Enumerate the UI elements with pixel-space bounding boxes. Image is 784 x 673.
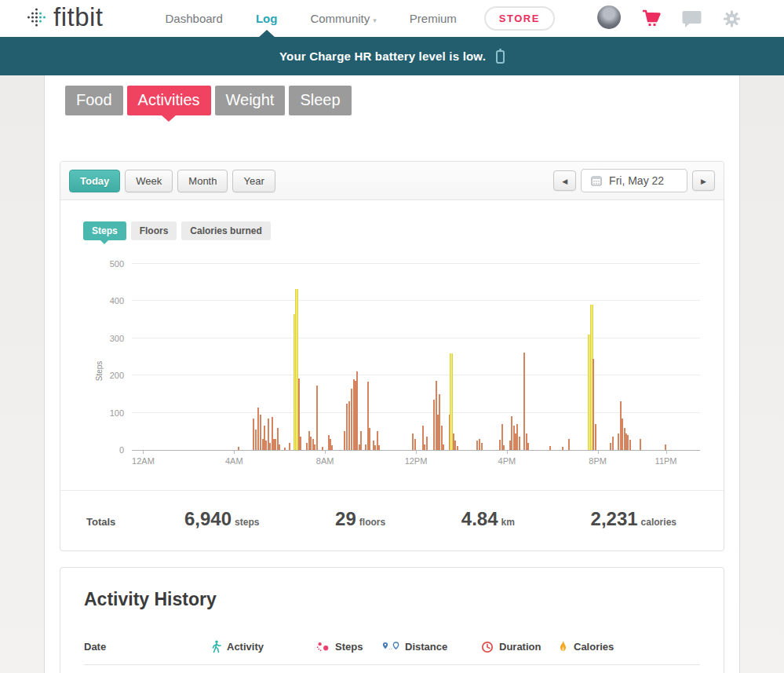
x-tick xyxy=(507,451,508,454)
avatar[interactable] xyxy=(597,5,621,29)
fitbit-logo[interactable]: fitbit xyxy=(27,2,104,32)
column-label: Distance xyxy=(405,641,447,653)
steps-bar[interactable] xyxy=(255,430,257,450)
steps-bar[interactable] xyxy=(549,446,551,450)
chart-tab-floors[interactable]: Floors xyxy=(131,221,177,240)
column-label: Activity xyxy=(227,641,264,653)
steps-bar[interactable] xyxy=(344,431,345,450)
total-unit: calories xyxy=(641,517,676,528)
steps-bar[interactable] xyxy=(414,439,416,450)
gridline xyxy=(132,375,700,375)
activity-history-title: Activity History xyxy=(84,589,700,610)
steps-bar[interactable] xyxy=(562,447,563,450)
total-steps: 6,940steps xyxy=(184,508,259,530)
date-picker[interactable]: Fri, May 22 xyxy=(581,169,687,192)
steps-bar[interactable] xyxy=(360,431,362,450)
steps-bar[interactable] xyxy=(378,445,380,450)
y-tick-label: 400 xyxy=(110,296,124,305)
steps-bar[interactable] xyxy=(629,440,631,450)
gridline xyxy=(132,338,700,338)
steps-bar[interactable] xyxy=(284,448,286,450)
steps-bar[interactable] xyxy=(593,359,594,450)
active-nav-pointer xyxy=(258,30,275,38)
tab-sleep[interactable]: Sleep xyxy=(289,86,351,115)
cart-icon[interactable] xyxy=(640,9,662,28)
nav-link-premium[interactable]: Premium xyxy=(393,12,473,25)
tab-food[interactable]: Food xyxy=(65,86,123,115)
steps-bar[interactable] xyxy=(640,439,641,450)
chat-icon[interactable] xyxy=(681,9,702,28)
range-button-year[interactable]: Year xyxy=(232,170,275,192)
store-button[interactable]: STORE xyxy=(484,6,555,31)
steps-bar[interactable] xyxy=(306,443,308,450)
x-tick-label: 12AM xyxy=(132,456,155,466)
top-nav: fitbit DashboardLogCommunity▾Premium STO… xyxy=(0,0,784,37)
chart-section: StepsFloorsCalories burned Steps 0100200… xyxy=(60,200,724,470)
total-value: 4.84 xyxy=(461,508,498,529)
column-header-steps: Steps xyxy=(316,641,382,653)
y-tick-label: 100 xyxy=(110,408,124,418)
steps-bar[interactable] xyxy=(348,401,350,450)
steps-bar[interactable] xyxy=(499,440,501,450)
nav-link-community[interactable]: Community▾ xyxy=(294,12,392,25)
chart-tab-steps[interactable]: Steps xyxy=(83,221,126,240)
column-header-activity: Activity xyxy=(211,640,316,653)
range-button-week[interactable]: Week xyxy=(125,170,173,192)
x-tick-label: 8AM xyxy=(316,456,334,466)
steps-bar[interactable] xyxy=(253,419,254,450)
range-buttons: TodayWeekMonthYear xyxy=(69,170,275,192)
steps-bar[interactable] xyxy=(279,444,280,450)
walker-icon xyxy=(211,640,221,653)
page-column: FoodActivitiesWeightSleep TodayWeekMonth… xyxy=(44,75,740,673)
steps-bar[interactable] xyxy=(426,437,428,450)
steps-bar[interactable] xyxy=(356,371,358,450)
steps-bar[interactable] xyxy=(527,443,529,450)
range-button-month[interactable]: Month xyxy=(177,170,228,192)
x-tick-label: 4AM xyxy=(225,456,243,466)
steps-bar[interactable] xyxy=(443,444,444,450)
steps-bar[interactable] xyxy=(331,445,333,450)
steps-bar[interactable] xyxy=(300,437,301,450)
range-button-today[interactable]: Today xyxy=(69,170,120,192)
chart-tab-calories-burned[interactable]: Calories burned xyxy=(181,221,270,240)
prev-day-button[interactable]: ◀ xyxy=(553,170,576,191)
steps-bar[interactable] xyxy=(519,437,520,450)
x-tick xyxy=(666,451,667,454)
nav-links: DashboardLogCommunity▾Premium xyxy=(149,12,473,25)
steps-bar[interactable] xyxy=(412,433,414,450)
steps-bar[interactable] xyxy=(612,437,614,450)
clock-icon xyxy=(481,641,494,653)
tab-activities[interactable]: Activities xyxy=(127,86,211,115)
steps-bar[interactable] xyxy=(457,446,458,450)
gridline xyxy=(132,263,700,264)
date-label: Fri, May 22 xyxy=(609,174,664,187)
steps-bar[interactable] xyxy=(257,408,259,451)
totals-items: 6,940steps29floors4.84km2,231calories xyxy=(184,508,676,530)
steps-bar[interactable] xyxy=(665,444,666,450)
steps-bar[interactable] xyxy=(523,353,525,450)
steps-bar[interactable] xyxy=(314,444,315,450)
banner-message: Your Charge HR battery level is low. xyxy=(279,49,486,63)
tab-weight[interactable]: Weight xyxy=(215,86,286,115)
steps-bar[interactable] xyxy=(238,447,239,450)
gridline xyxy=(132,412,700,413)
nav-link-dashboard[interactable]: Dashboard xyxy=(149,12,239,25)
next-day-button[interactable]: ▶ xyxy=(692,170,715,191)
gear-icon[interactable] xyxy=(722,9,742,28)
total-value: 2,231 xyxy=(591,508,638,529)
y-tick-label: 200 xyxy=(110,371,124,380)
nav-link-log[interactable]: Log xyxy=(239,12,294,25)
steps-bar[interactable] xyxy=(369,428,370,450)
steps-bar[interactable] xyxy=(610,443,611,450)
table-header-row: DateActivityStepsDistanceDurationCalorie… xyxy=(84,635,700,665)
steps-bar[interactable] xyxy=(289,443,290,450)
steps-bar[interactable] xyxy=(595,424,596,450)
steps-bar[interactable] xyxy=(322,447,323,450)
steps-bar[interactable] xyxy=(476,441,478,450)
steps-bar[interactable] xyxy=(568,439,570,450)
steps-bar[interactable] xyxy=(481,443,483,450)
total-km: 4.84km xyxy=(461,508,515,530)
steps-bar[interactable] xyxy=(316,386,318,450)
x-tick xyxy=(598,451,599,454)
steps-bar[interactable] xyxy=(503,445,505,450)
